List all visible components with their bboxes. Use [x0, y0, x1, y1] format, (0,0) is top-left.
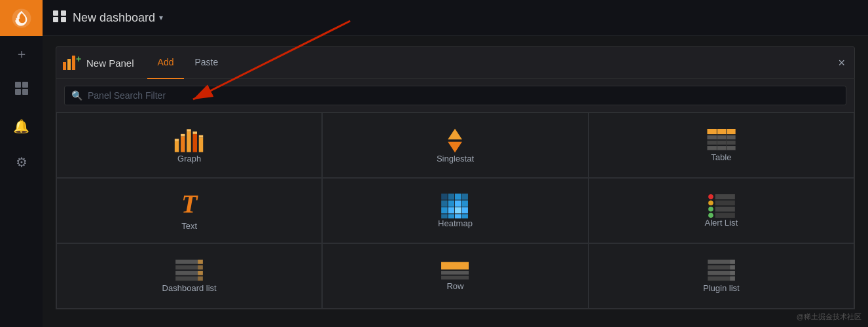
dashboard-grid-icon	[53, 10, 66, 26]
svg-rect-45	[455, 214, 461, 218]
svg-marker-24	[448, 141, 463, 152]
svg-rect-31	[442, 194, 448, 200]
table-icon	[707, 129, 736, 152]
dashlist-icon	[175, 260, 203, 283]
panel-type-singlestat[interactable]: Singlestat	[322, 112, 588, 178]
svg-rect-20	[187, 129, 190, 131]
svg-rect-42	[462, 207, 469, 213]
svg-rect-61	[198, 271, 203, 275]
svg-rect-13	[175, 141, 179, 152]
svg-rect-35	[442, 200, 448, 207]
svg-rect-71	[730, 265, 735, 269]
panel-title: New Panel	[86, 58, 134, 69]
svg-rect-34	[462, 194, 469, 200]
panel-type-graph[interactable]: Graph	[56, 112, 322, 178]
grid-icon	[14, 81, 29, 99]
svg-point-52	[708, 206, 714, 211]
alertlist-label: Alert List	[705, 218, 738, 228]
svg-rect-1	[15, 82, 21, 88]
svg-rect-32	[448, 194, 455, 200]
main-content: New dashboard ▾ + New Panel Add Paste	[43, 0, 868, 327]
svg-rect-15	[187, 131, 190, 152]
svg-rect-46	[462, 214, 469, 218]
panel-area: + New Panel Add Paste × 🔍	[43, 36, 868, 327]
svg-rect-19	[181, 133, 185, 136]
dashboard-title: New dashboard	[73, 11, 155, 25]
topbar: New dashboard ▾	[43, 0, 868, 36]
svg-rect-25	[707, 129, 735, 134]
pluginlist-icon	[708, 260, 735, 283]
search-icon: 🔍	[71, 90, 82, 101]
sidebar-item-add[interactable]: ＋	[0, 36, 43, 72]
svg-rect-30	[726, 129, 727, 150]
panel-type-heatmap[interactable]: Heatmap	[322, 178, 588, 243]
sidebar-item-dashboard[interactable]	[0, 72, 43, 108]
panel-type-table[interactable]: Table	[588, 112, 854, 178]
svg-rect-44	[448, 214, 455, 218]
svg-rect-73	[730, 276, 735, 281]
text-label: Text	[181, 221, 197, 231]
panel-type-dashboardlist[interactable]: Dashboard list	[56, 243, 322, 309]
svg-rect-7	[53, 17, 58, 22]
text-icon: T	[181, 191, 197, 217]
svg-point-50	[708, 200, 714, 205]
svg-rect-72	[730, 271, 735, 275]
tab-paste[interactable]: Paste	[184, 46, 228, 79]
svg-rect-6	[61, 10, 66, 16]
svg-rect-53	[715, 213, 734, 218]
svg-rect-26	[707, 135, 735, 139]
svg-point-54	[708, 213, 714, 218]
panel-type-pluginlist[interactable]: Plugin list	[588, 243, 854, 309]
tab-add[interactable]: Add	[147, 46, 185, 79]
dashboardlist-label: Dashboard list	[162, 283, 217, 293]
svg-rect-8	[61, 17, 66, 22]
svg-rect-10	[67, 59, 71, 70]
svg-rect-64	[441, 271, 469, 275]
search-input[interactable]	[88, 90, 839, 101]
svg-rect-40	[448, 207, 455, 213]
svg-rect-17	[199, 137, 203, 152]
dashboard-caret-icon[interactable]: ▾	[159, 13, 163, 22]
svg-rect-27	[707, 141, 735, 145]
panel-type-row[interactable]: Row	[322, 243, 588, 309]
svg-rect-47	[715, 194, 734, 199]
svg-rect-36	[448, 200, 455, 207]
panel-type-grid-container: Graph Singlestat	[56, 112, 855, 309]
svg-text:+: +	[76, 56, 81, 64]
svg-rect-11	[72, 56, 75, 70]
svg-rect-38	[462, 200, 469, 207]
heatmap-icon	[441, 194, 469, 218]
svg-rect-4	[22, 89, 28, 95]
panel-type-text[interactable]: T Text	[56, 178, 322, 243]
pluginlist-label: Plugin list	[703, 283, 740, 293]
svg-marker-23	[448, 128, 463, 139]
svg-rect-18	[175, 139, 179, 141]
close-button[interactable]: ×	[838, 56, 845, 70]
svg-rect-3	[15, 89, 21, 95]
svg-rect-41	[455, 207, 461, 213]
svg-rect-63	[441, 262, 469, 269]
sidebar-logo[interactable]	[0, 0, 43, 36]
singlestat-label: Singlestat	[437, 154, 474, 164]
plus-icon: ＋	[15, 45, 28, 63]
sidebar-item-settings[interactable]: ⚙	[0, 144, 43, 180]
grafana-logo-icon	[11, 8, 32, 29]
graph-label: Graph	[177, 154, 201, 164]
graph-icon	[173, 128, 205, 154]
svg-rect-49	[715, 200, 734, 205]
svg-rect-65	[441, 275, 469, 279]
svg-rect-9	[63, 62, 66, 70]
svg-rect-5	[53, 10, 58, 16]
svg-rect-37	[455, 200, 461, 207]
svg-rect-28	[707, 146, 735, 150]
svg-rect-22	[199, 135, 203, 137]
svg-rect-2	[22, 82, 28, 88]
svg-rect-70	[730, 260, 735, 264]
sidebar: ＋ 🔔 ⚙	[0, 0, 43, 327]
svg-rect-14	[181, 136, 185, 152]
svg-rect-21	[193, 131, 197, 134]
alertlist-icon	[708, 194, 735, 218]
cog-icon: ⚙	[16, 154, 27, 170]
sidebar-item-alerting[interactable]: 🔔	[0, 108, 43, 144]
panel-type-alertlist[interactable]: Alert List	[588, 178, 854, 243]
